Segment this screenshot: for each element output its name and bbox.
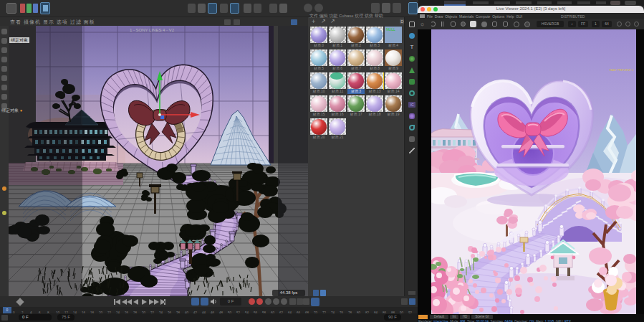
svg-text:1 - SONY LINES 4 - V2: 1 - SONY LINES 4 - V2 xyxy=(130,28,175,32)
svg-text:RAW PREVIEW ▾: RAW PREVIEW ▾ xyxy=(610,68,634,72)
